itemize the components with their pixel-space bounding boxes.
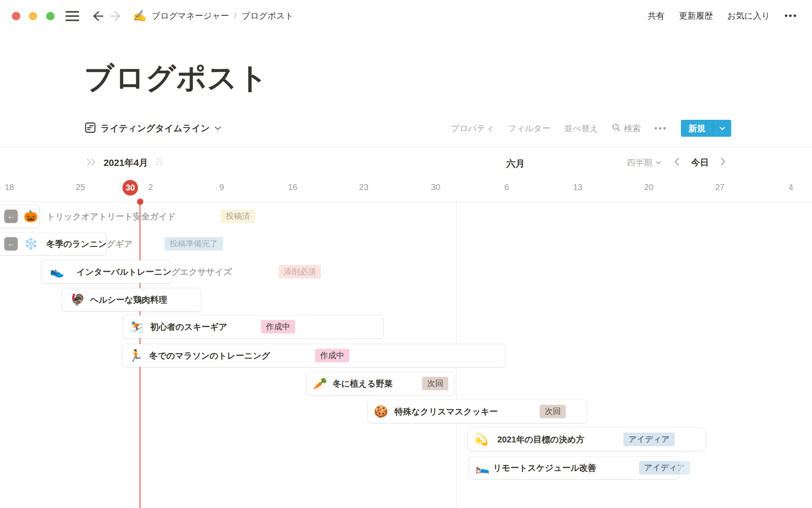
timeline-card[interactable]: 特殊なクリスマスクッキー次回 (368, 400, 587, 423)
status-badge: アイディア (639, 461, 679, 475)
timeline-card[interactable]: 初心者のスキーギア作成中 (123, 315, 383, 338)
timeline-zoom-select[interactable]: 四半期 (627, 157, 661, 168)
item-emoji-icon: 💫 (474, 428, 488, 451)
timeline-item-title: 冬でのマラソンのトレーニング (149, 344, 270, 367)
timeline-item-title: 2021年の目標の決め方 (497, 428, 584, 451)
today-button[interactable]: 今日 (691, 157, 709, 168)
more-options-icon[interactable]: ••• (785, 11, 798, 21)
item-emoji-icon: 🎃 (24, 205, 38, 228)
window-titlebar: ✍️ ブログマネージャー / ブログポスト 共有 更新履歴 お気に入り ••• (0, 0, 812, 31)
timeline-card[interactable]: 冬に植える野菜次回 (307, 372, 455, 395)
visible-month-label: 六月 (506, 157, 525, 170)
status-badge: 次回 (540, 405, 566, 418)
status-badge-overflow: 投稿済 (221, 210, 255, 223)
timeline-row: 冬でのマラソンのトレーニング冬でのマラソンのトレーニング作成中🏃 (0, 344, 812, 367)
breadcrumb: ✍️ ブログマネージャー / ブログポスト (133, 0, 294, 31)
status-badge: 次回 (422, 377, 448, 390)
item-emoji-icon: 👟 (50, 260, 64, 283)
view-switcher[interactable]: ライティングタイムライン (85, 118, 221, 138)
item-emoji-icon: 🦃 (71, 288, 85, 311)
status-badge-overflow: 投稿準備完了 (165, 237, 223, 251)
scrolled-month-label: 2021年4月 (104, 157, 148, 169)
view-name-label: ライティングタイムライン (101, 122, 210, 134)
properties-button[interactable]: プロパティ (451, 123, 494, 134)
breadcrumb-current[interactable]: ブログポスト (241, 10, 294, 22)
timeline-row: 冬に植える野菜冬に植える野菜次回🥕 (0, 372, 812, 395)
new-button-group: 新規 (681, 120, 731, 137)
new-button[interactable]: 新規 (681, 120, 713, 137)
breadcrumb-separator: / (234, 11, 237, 21)
item-emoji-icon: 🥕 (313, 372, 327, 395)
date-tick: 9 (219, 180, 224, 194)
timeline-dates-row: 1825302916233061320274 (0, 179, 812, 202)
new-button-dropdown[interactable] (713, 120, 731, 137)
date-tick: 23 (359, 180, 368, 194)
scroll-left-icon[interactable] (674, 157, 679, 168)
item-emoji-icon: ❄️ (24, 232, 38, 255)
timeline-card[interactable]: ←冬季のランニングギア (0, 232, 106, 255)
date-tick: 6 (504, 180, 509, 194)
back-button[interactable] (90, 9, 104, 23)
zoom-window-button[interactable] (46, 12, 55, 20)
scroll-to-item-button[interactable]: ← (4, 237, 18, 251)
notion-window: ✍️ ブログマネージャー / ブログポスト 共有 更新履歴 お気に入り ••• … (0, 0, 812, 508)
side-peek-icon[interactable] (154, 157, 163, 169)
timeline-row: ヘルシーな鶏肉料理ヘルシーな鶏肉料理🦃 (0, 288, 812, 311)
page-title: ブログポスト (84, 58, 269, 98)
zoom-level-label: 四半期 (627, 157, 652, 168)
timeline-item-title: 冬季のランニングギア (47, 232, 106, 255)
item-emoji-icon: 🍪 (374, 400, 388, 423)
forward-button[interactable] (109, 9, 123, 23)
timeline-item-title-overflow: トリックオアトリート安全ガイド (47, 205, 176, 228)
status-badge: 作成中 (261, 320, 295, 334)
timeline-card[interactable]: 2021年の目標の決め方アイディア (468, 428, 705, 451)
timeline-item-title: インターバルトレーニングエクササイズ (77, 260, 171, 283)
date-tick: 13 (573, 180, 582, 194)
writing-hand-emoji-icon: ✍️ (133, 10, 146, 21)
status-badge: アイディア (623, 433, 675, 446)
share-button[interactable]: 共有 (648, 10, 665, 22)
timeline-row: トリックオアトリート安全ガイド投稿済←🎃 (0, 205, 812, 228)
search-icon (612, 123, 620, 134)
minimize-window-button[interactable] (29, 12, 37, 20)
item-emoji-icon: 🏃 (129, 344, 143, 367)
view-more-options-icon[interactable]: ••• (654, 123, 667, 133)
timeline-item-title: リモートスケジュール改善 (493, 456, 596, 479)
status-badge: 作成中 (315, 349, 349, 362)
item-emoji-icon: ⛷️ (129, 315, 144, 338)
scroll-right-icon[interactable] (721, 157, 726, 168)
item-emoji-icon: 🛌 (475, 456, 490, 479)
filter-button[interactable]: フィルター (508, 123, 551, 134)
timeline-item-title: ヘルシーな鶏肉料理 (90, 288, 167, 311)
date-tick: 2 (148, 180, 153, 194)
sort-button[interactable]: 並べ替え (564, 123, 598, 134)
chevron-down-icon (214, 124, 221, 132)
double-chevron-right-icon[interactable] (86, 158, 98, 168)
date-tick: 25 (76, 180, 85, 194)
updates-button[interactable]: 更新履歴 (679, 10, 713, 22)
date-tick: 27 (715, 180, 724, 194)
timeline-row: インターバルトレーニングエクササイズ添削必須インターバルトレーニングエクササイズ… (0, 260, 812, 283)
timeline-item-title: 冬に植える野菜 (333, 372, 392, 395)
today-date-badge: 30 (123, 180, 138, 196)
timeline-row: 冬季のランニングギア投稿準備完了←冬季のランニングギア❄️ (0, 232, 812, 255)
scroll-to-item-button[interactable]: ← (4, 210, 18, 223)
timeline-view-icon (85, 122, 96, 135)
timeline-row: 2021年の目標の決め方2021年の目標の決め方アイディア💫 (0, 428, 812, 451)
date-tick: 20 (644, 180, 653, 194)
date-tick: 16 (288, 180, 297, 194)
breadcrumb-parent[interactable]: ブログマネージャー (151, 10, 229, 22)
date-tick: 18 (5, 180, 14, 194)
favorite-button[interactable]: お気に入り (727, 10, 770, 22)
search-button[interactable]: 検索 (612, 123, 641, 134)
toolbar-divider (0, 147, 812, 147)
today-marker-dot (137, 199, 143, 205)
date-tick: 30 (431, 180, 440, 194)
sidebar-menu-icon[interactable] (66, 11, 79, 21)
close-window-button[interactable] (12, 12, 20, 20)
status-badge-overflow: 添削必須 (279, 265, 321, 279)
timeline-card[interactable]: 冬でのマラソンのトレーニング作成中 (122, 344, 505, 367)
timeline-card[interactable]: リモートスケジュール改善アイディア (469, 456, 679, 479)
timeline-row: 特殊なクリスマスクッキー特殊なクリスマスクッキー次回🍪 (0, 400, 812, 423)
search-label: 検索 (624, 123, 641, 134)
